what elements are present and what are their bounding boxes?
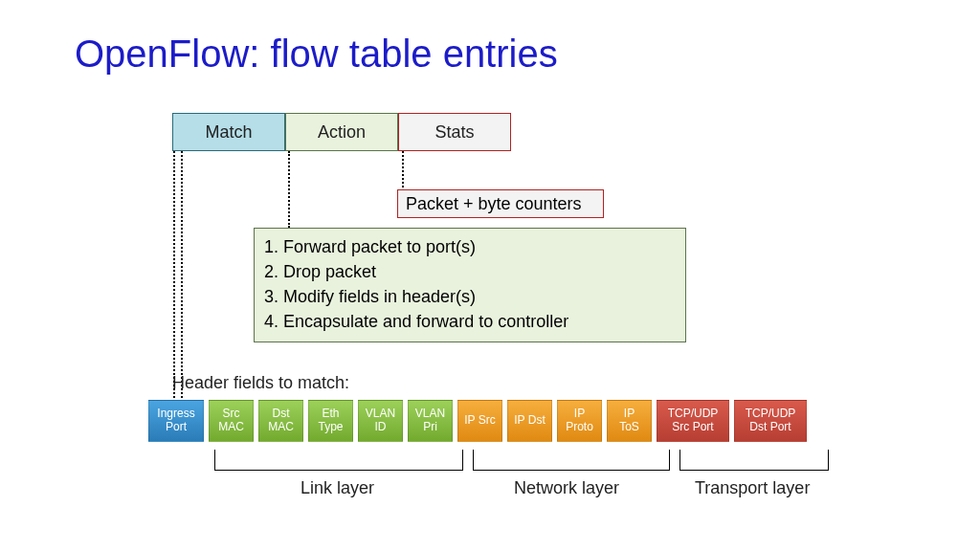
link-layer-label: Link layer bbox=[301, 478, 374, 498]
action-column-header: Action bbox=[285, 113, 398, 151]
action-item: 4. Encapsulate and forward to controller bbox=[264, 309, 676, 334]
actions-list-box: 1. Forward packet to port(s) 2. Drop pac… bbox=[254, 228, 686, 342]
header-ip-proto: IP Proto bbox=[557, 400, 602, 442]
page-title: OpenFlow: flow table entries bbox=[75, 33, 558, 76]
header-vlan-id: VLAN ID bbox=[358, 400, 403, 442]
network-layer-label: Network layer bbox=[514, 478, 619, 498]
header-tcp-dst-port: TCP/UDP Dst Port bbox=[734, 400, 807, 442]
header-tcp-src-port: TCP/UDP Src Port bbox=[657, 400, 729, 442]
connector-stats bbox=[402, 151, 404, 187]
action-item: 2. Drop packet bbox=[264, 259, 676, 284]
action-item: 1. Forward packet to port(s) bbox=[264, 234, 676, 259]
header-ip-dst: IP Dst bbox=[507, 400, 552, 442]
stats-column-header: Stats bbox=[398, 113, 511, 151]
bracket-transport-layer bbox=[679, 450, 829, 471]
stats-detail-box: Packet + byte counters bbox=[397, 189, 604, 218]
header-vlan-pri: VLAN Pri bbox=[408, 400, 453, 442]
connector-action bbox=[288, 151, 290, 228]
connector-match bbox=[173, 151, 175, 398]
header-ip-src: IP Src bbox=[457, 400, 502, 442]
header-src-mac: Src MAC bbox=[209, 400, 254, 442]
action-item: 3. Modify fields in header(s) bbox=[264, 284, 676, 309]
bracket-network-layer bbox=[473, 450, 670, 471]
header-ingress-port: Ingress Port bbox=[148, 400, 204, 442]
match-fields-label: Header fields to match: bbox=[172, 373, 349, 393]
connector-match-b bbox=[181, 151, 183, 398]
flow-table-columns: Match Action Stats bbox=[172, 113, 511, 151]
transport-layer-label: Transport layer bbox=[695, 478, 810, 498]
header-ip-tos: IP ToS bbox=[607, 400, 652, 442]
header-eth-type: Eth Type bbox=[308, 400, 353, 442]
bracket-link-layer bbox=[214, 450, 463, 471]
header-fields-row: Ingress Port Src MAC Dst MAC Eth Type VL… bbox=[148, 400, 807, 442]
match-column-header: Match bbox=[172, 113, 285, 151]
header-dst-mac: Dst MAC bbox=[258, 400, 303, 442]
